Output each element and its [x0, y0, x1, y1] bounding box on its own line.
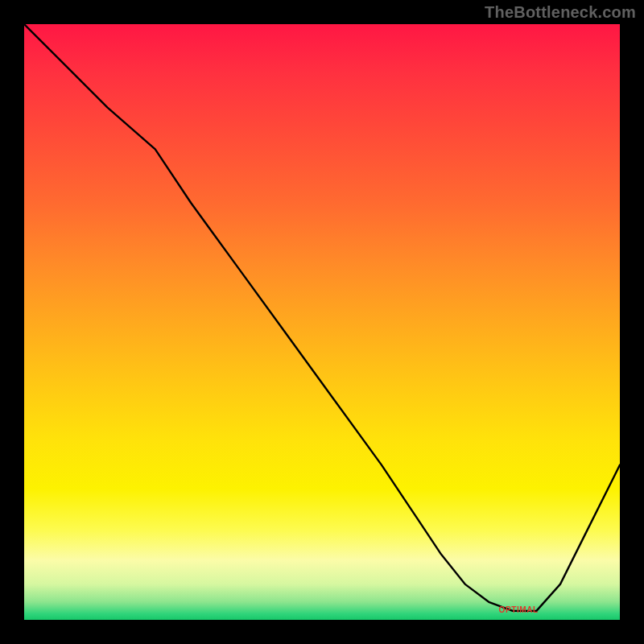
bottleneck-curve — [24, 24, 620, 620]
plot-area: OPTIMAL — [24, 24, 620, 620]
attribution-text: TheBottleneck.com — [485, 3, 636, 22]
optimal-label: OPTIMAL — [499, 605, 539, 613]
chart-container: TheBottleneck.com OPTIMAL — [0, 0, 644, 644]
